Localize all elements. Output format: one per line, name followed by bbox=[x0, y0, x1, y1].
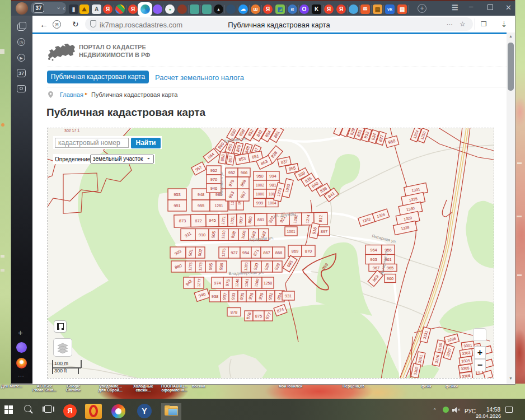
svg-text:927: 927 bbox=[231, 250, 238, 255]
svg-text:960: 960 bbox=[387, 276, 394, 281]
svg-text:933: 933 bbox=[231, 292, 236, 300]
svg-text:1281: 1281 bbox=[214, 204, 223, 208]
svg-text:931: 931 bbox=[285, 293, 292, 298]
svg-text:995: 995 bbox=[208, 263, 213, 270]
svg-text:867: 867 bbox=[263, 250, 270, 255]
svg-text:897: 897 bbox=[321, 229, 328, 234]
svg-text:954: 954 bbox=[242, 250, 250, 255]
svg-text:948: 948 bbox=[198, 192, 205, 197]
svg-text:962: 962 bbox=[210, 168, 218, 173]
svg-text:870: 870 bbox=[305, 249, 312, 254]
svg-text:938: 938 bbox=[212, 294, 219, 299]
svg-text:950: 950 bbox=[256, 174, 264, 179]
svg-text:875: 875 bbox=[255, 314, 262, 319]
svg-text:953: 953 bbox=[174, 192, 181, 197]
svg-text:955: 955 bbox=[198, 203, 205, 208]
svg-text:869: 869 bbox=[292, 249, 299, 254]
svg-text:912: 912 bbox=[318, 215, 324, 222]
svg-text:994: 994 bbox=[269, 174, 276, 179]
svg-text:981: 981 bbox=[269, 183, 276, 188]
svg-text:881: 881 bbox=[257, 217, 265, 222]
svg-text:910: 910 bbox=[199, 232, 206, 237]
svg-text:998: 998 bbox=[218, 263, 224, 270]
svg-text:951: 951 bbox=[174, 203, 181, 208]
svg-text:966: 966 bbox=[241, 170, 248, 175]
svg-text:1000: 1000 bbox=[256, 192, 264, 196]
svg-text:1002: 1002 bbox=[256, 183, 264, 187]
svg-text:1004: 1004 bbox=[268, 201, 276, 205]
svg-text:868: 868 bbox=[275, 250, 283, 255]
svg-text:873: 873 bbox=[179, 218, 186, 223]
svg-text:945: 945 bbox=[209, 218, 216, 223]
svg-text:974: 974 bbox=[214, 281, 221, 286]
svg-text:872: 872 bbox=[195, 218, 202, 223]
svg-text:967: 967 bbox=[373, 265, 380, 270]
svg-text:1258: 1258 bbox=[264, 281, 272, 285]
svg-text:965: 965 bbox=[387, 265, 394, 270]
svg-text:999: 999 bbox=[256, 200, 264, 206]
svg-text:964: 964 bbox=[370, 248, 377, 253]
svg-text:946: 946 bbox=[210, 186, 218, 191]
svg-text:963: 963 bbox=[370, 257, 377, 262]
svg-text:1001: 1001 bbox=[287, 230, 295, 234]
svg-text:3306: 3306 bbox=[462, 374, 471, 378]
svg-text:Весенняя ул.: Весенняя ул. bbox=[218, 170, 224, 196]
svg-text:970: 970 bbox=[210, 177, 218, 182]
svg-text:878: 878 bbox=[231, 310, 238, 315]
svg-text:952: 952 bbox=[228, 170, 236, 175]
